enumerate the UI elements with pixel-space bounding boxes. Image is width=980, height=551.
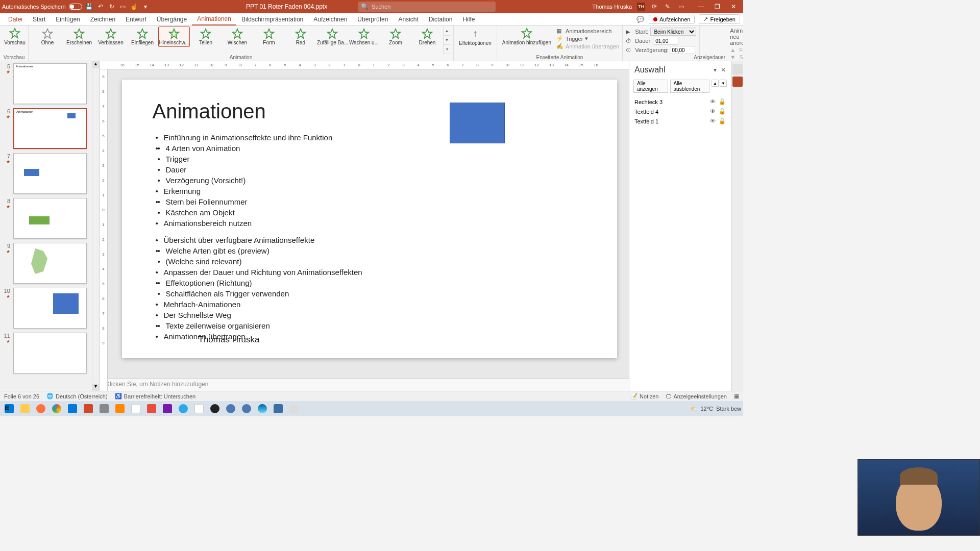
reorder-down-icon[interactable]: ▼ (720, 80, 727, 87)
rail-button-active[interactable] (732, 77, 743, 87)
tab-draw[interactable]: Zeichnen (85, 13, 120, 26)
selection-item[interactable]: Textfeld 1👁🔓 (634, 116, 726, 126)
vlc-icon[interactable] (113, 402, 127, 415)
comments-icon[interactable]: 💬 (636, 15, 645, 23)
animation-drehen[interactable]: Drehen (411, 27, 443, 47)
user-avatar[interactable]: TH (637, 3, 645, 11)
gallery-more[interactable]: ▾ (444, 45, 450, 54)
tab-start[interactable]: Start (28, 13, 51, 26)
thumbnail-slide-5[interactable]: 5★Animationen (0, 61, 99, 106)
ink-icon[interactable]: ✎ (664, 3, 672, 11)
thumb-scroll-up[interactable]: ▲ (92, 61, 99, 68)
visibility-icon[interactable]: 👁 (710, 118, 716, 124)
share-button[interactable]: ↗Freigeben (699, 14, 740, 24)
preview-button[interactable]: Vorschau (3, 27, 27, 46)
animation-erscheinen[interactable]: Erscheinen (63, 27, 95, 47)
thumbnail-slide-10[interactable]: 10★ (0, 286, 99, 331)
delay-input[interactable] (671, 46, 695, 54)
tab-animations[interactable]: Animationen (192, 13, 236, 26)
move-earlier-button[interactable]: ▲Früher (730, 47, 743, 53)
pane-dropdown-icon[interactable]: ▾ (714, 66, 717, 73)
display-settings[interactable]: 🖵 Anzeigeeinstellungen (666, 393, 727, 399)
thumbnail-slide-9[interactable]: 9★ (0, 241, 99, 286)
tab-file[interactable]: Datei (3, 13, 28, 26)
record-button[interactable]: Aufzeichnen (649, 15, 695, 24)
tab-help[interactable]: Hilfe (457, 13, 480, 26)
touch-mode-icon[interactable]: ☝ (130, 3, 138, 11)
weather-widget[interactable]: ⛅ 12°C Stark bew (691, 406, 742, 412)
animation-zoom[interactable]: Zoom (380, 27, 411, 47)
chrome-icon[interactable] (50, 402, 64, 415)
sync-icon[interactable]: ⟳ (650, 3, 658, 11)
slide-canvas[interactable]: Animationen Einführung in Animationseffe… (122, 80, 617, 358)
thumbnail-slide-6[interactable]: 6★Animationen (0, 106, 99, 151)
animation-form[interactable]: Form (253, 27, 285, 47)
rail-button[interactable] (732, 64, 743, 74)
tab-insert[interactable]: Einfügen (51, 13, 85, 26)
outlook-icon[interactable] (65, 402, 80, 415)
lock-icon[interactable]: 🔓 (719, 118, 726, 124)
from-beginning-icon[interactable]: ▭ (119, 3, 127, 11)
tab-dictation[interactable]: Dictation (424, 13, 458, 26)
undo-icon[interactable]: ↶ (96, 3, 105, 11)
window-icon[interactable]: ▭ (677, 3, 685, 11)
tab-design[interactable]: Entwurf (120, 13, 152, 26)
animation-painter-button[interactable]: ✍Animation übertragen (556, 43, 619, 49)
notes-toggle[interactable]: 📝 Notizen (630, 393, 658, 399)
document-title[interactable]: PPT 01 Roter Faden 004.pptx (246, 3, 327, 10)
qat-dropdown-icon[interactable]: ▾ (141, 3, 150, 11)
visibility-icon[interactable]: 👁 (710, 108, 716, 115)
start-button[interactable]: ⊞ (2, 402, 16, 415)
app-icon[interactable] (192, 402, 206, 415)
slide-footer[interactable]: Thomas Hruska (199, 335, 260, 345)
firefox-icon[interactable] (34, 402, 48, 415)
onenote-icon[interactable] (160, 402, 175, 415)
gallery-up[interactable]: ▲ (444, 27, 450, 36)
view-normal-icon[interactable]: ▦ (734, 393, 739, 399)
app-icon[interactable] (144, 402, 159, 415)
effect-options-button[interactable]: ↑ Effektoptionen (457, 27, 494, 47)
app-icon[interactable] (97, 402, 111, 415)
app-icon[interactable] (129, 402, 143, 415)
app-icon[interactable] (239, 402, 254, 415)
reorder-up-icon[interactable]: ▲ (712, 80, 719, 87)
animation-zuf-llige-ba-[interactable]: Zufällige Ba... (316, 27, 348, 47)
tab-review[interactable]: Überprüfen (352, 13, 393, 26)
tab-transitions[interactable]: Übergänge (152, 13, 192, 26)
duration-input[interactable] (654, 37, 678, 45)
tab-view[interactable]: Ansicht (393, 13, 423, 26)
thumbnail-slide-11[interactable]: 11★ (0, 331, 99, 375)
thumb-scroll-down[interactable]: ▼ (92, 384, 99, 391)
slide-body[interactable]: Einführung in Animationseffekte und ihre… (153, 132, 586, 342)
visibility-icon[interactable]: 👁 (710, 98, 716, 105)
animation-wachsen-u-[interactable]: Wachsen u... (348, 27, 380, 47)
powerpoint-icon[interactable] (81, 402, 95, 415)
gallery-down[interactable]: ▼ (444, 36, 450, 45)
app-icon[interactable] (224, 402, 238, 415)
maximize-button[interactable]: ❐ (709, 2, 725, 12)
edge-icon[interactable] (255, 402, 270, 415)
app-icon[interactable] (271, 402, 285, 415)
close-button[interactable]: ✕ (726, 2, 741, 12)
autosave-toggle[interactable]: Automatisches Speichern (2, 4, 82, 10)
lock-icon[interactable]: 🔓 (719, 98, 726, 105)
add-animation-button[interactable]: Animation hinzufügen (500, 27, 553, 49)
animation-teilen[interactable]: Teilen (190, 27, 222, 47)
language-status[interactable]: 🌐 Deutsch (Österreich) (46, 393, 107, 399)
animation-verblassen[interactable]: Verblassen (95, 27, 127, 47)
search-box[interactable]: 🔍 (358, 2, 496, 12)
app-icon[interactable] (287, 402, 301, 415)
slide-thumbnails[interactable]: 5★Animationen6★Animationen7★8★9★10★11★ ▲… (0, 61, 100, 391)
explorer-icon[interactable] (18, 402, 32, 415)
minimize-button[interactable]: — (693, 2, 708, 12)
user-name[interactable]: Thomas Hruska (592, 4, 632, 10)
selection-item[interactable]: Textfeld 4👁🔓 (634, 107, 726, 116)
thumbnail-slide-7[interactable]: 7★ (0, 151, 99, 196)
telegram-icon[interactable] (176, 402, 190, 415)
selection-item[interactable]: Rechteck 3👁🔓 (634, 97, 726, 107)
animation-ohne[interactable]: Ohne (32, 27, 63, 47)
animation-rad[interactable]: Rad (285, 27, 316, 47)
tab-slideshow[interactable]: Bildschirmpräsentation (236, 13, 308, 26)
animation-hineinschw-[interactable]: Hineinschw... (158, 27, 190, 47)
obs-icon[interactable] (208, 402, 222, 415)
